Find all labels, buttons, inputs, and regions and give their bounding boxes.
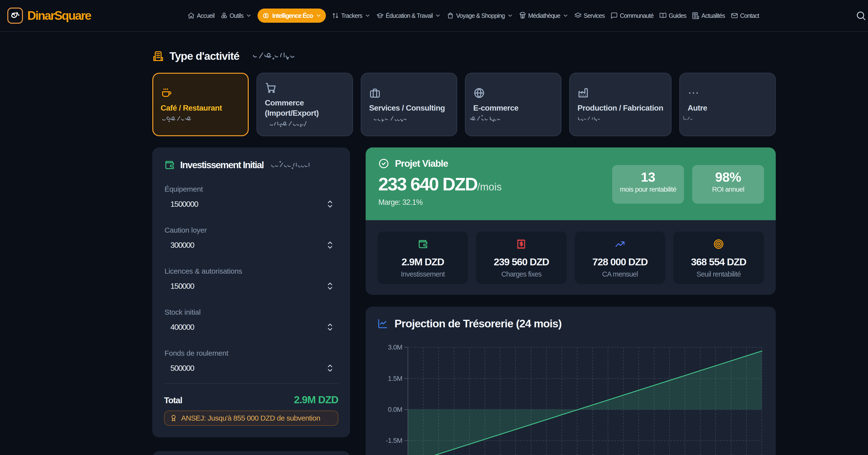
- svg-text:-1.5M: -1.5M: [386, 437, 402, 444]
- svg-text:3.0M: 3.0M: [388, 343, 402, 351]
- svg-text:0.0M: 0.0M: [388, 406, 402, 413]
- svg-text:1.5M: 1.5M: [388, 375, 402, 382]
